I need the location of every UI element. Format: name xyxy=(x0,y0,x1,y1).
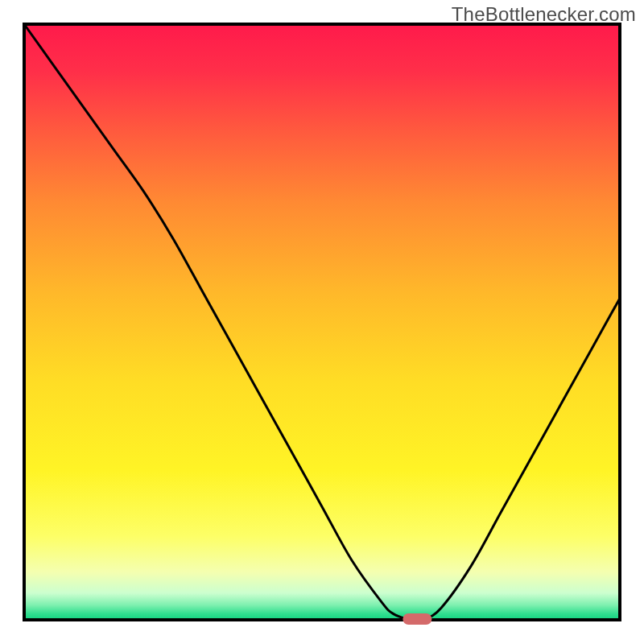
plot-background xyxy=(24,24,620,620)
optimum-marker xyxy=(402,613,431,625)
bottleneck-chart xyxy=(0,0,644,644)
watermark-text: TheBottlenecker.com xyxy=(452,3,636,26)
